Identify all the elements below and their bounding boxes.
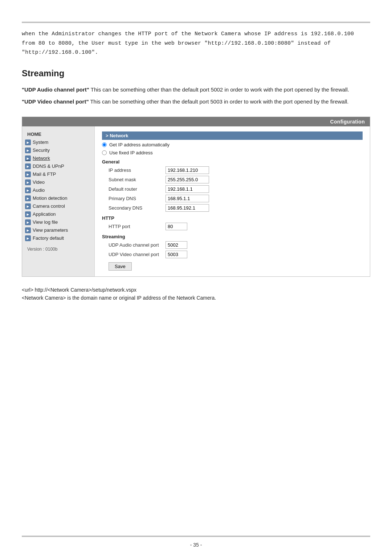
- config-main: > Network Get IP address automatically U…: [95, 126, 370, 276]
- sidebar-item-network[interactable]: ► Network: [22, 154, 94, 162]
- input-ip-address[interactable]: [166, 166, 209, 174]
- radio-auto[interactable]: [102, 142, 107, 147]
- page-number: - 35 -: [0, 537, 392, 555]
- radio-auto-label: Get IP address automatically: [109, 142, 170, 147]
- label-udp-video-port: UDP Video channel port: [102, 252, 166, 257]
- field-udp-audio-port: UDP Audio channel port: [102, 241, 363, 249]
- sidebar-label-ddns: DDNS & UPnP: [33, 163, 64, 169]
- sidebar-item-system[interactable]: ► System: [22, 138, 94, 146]
- config-body: HOME ► System ► Security ► Network ► DDN…: [22, 126, 370, 276]
- label-http-port: HTTP port: [102, 224, 166, 229]
- sidebar-arrow-camera: ►: [25, 203, 31, 209]
- sidebar-label-application: Application: [33, 211, 56, 217]
- input-subnet-mask[interactable]: [166, 176, 209, 183]
- sidebar-arrow-factory: ►: [25, 235, 31, 241]
- sidebar-item-ddns[interactable]: ► DDNS & UPnP: [22, 162, 94, 170]
- general-label: General: [102, 159, 363, 165]
- sidebar-item-motion[interactable]: ► Motion detection: [22, 194, 94, 202]
- sidebar-label-camera: Camera control: [33, 203, 65, 209]
- input-secondary-dns[interactable]: [166, 204, 209, 212]
- radio-auto-row: Get IP address automatically: [102, 142, 363, 147]
- network-bar-label: > Network: [102, 131, 363, 140]
- sidebar-label-video: Video: [33, 179, 45, 185]
- label-default-router: Default router: [102, 186, 166, 192]
- sidebar-item-factory[interactable]: ► Factory default: [22, 234, 94, 242]
- radio-fixed-row: Use fixed IP address: [102, 150, 363, 155]
- sidebar-item-viewparams[interactable]: ► View parameters: [22, 226, 94, 234]
- sidebar-label-factory: Factory default: [33, 235, 64, 241]
- sidebar-label-network: Network: [33, 155, 50, 161]
- sidebar-item-audio[interactable]: ► Audio: [22, 186, 94, 194]
- label-secondary-dns: Secondary DNS: [102, 205, 166, 211]
- label-primary-dns: Primary DNS: [102, 196, 166, 201]
- sidebar-arrow-application: ►: [25, 211, 31, 217]
- udp-video-bold: "UDP Video channel port": [22, 98, 89, 105]
- radio-fixed[interactable]: [102, 150, 107, 155]
- radio-fixed-label: Use fixed IP address: [109, 150, 153, 155]
- label-subnet-mask: Subnet mask: [102, 177, 166, 182]
- field-http-port: HTTP port: [102, 223, 363, 230]
- sidebar-arrow-motion: ►: [25, 195, 31, 201]
- sidebar-home[interactable]: HOME: [22, 130, 94, 138]
- field-ip-address: IP address: [102, 166, 363, 174]
- udp-video-para: "UDP Video channel port" This can be som…: [22, 97, 370, 106]
- url-line1: <url> http://<Network Camera>/setup/netw…: [22, 287, 370, 293]
- sidebar-item-camera[interactable]: ► Camera control: [22, 202, 94, 210]
- sidebar-item-application[interactable]: ► Application: [22, 210, 94, 218]
- input-primary-dns[interactable]: [166, 195, 209, 202]
- config-header: Configuration: [22, 117, 370, 126]
- config-sidebar: HOME ► System ► Security ► Network ► DDN…: [22, 126, 95, 276]
- sidebar-label-viewlog: View log file: [33, 219, 58, 225]
- udp-audio-text: This can be something other than the def…: [89, 86, 349, 93]
- sidebar-label-viewparams: View parameters: [33, 227, 68, 233]
- sidebar-item-viewlog[interactable]: ► View log file: [22, 218, 94, 226]
- config-box: Configuration HOME ► System ► Security ►…: [22, 117, 370, 277]
- sidebar-arrow-viewparams: ►: [25, 227, 31, 233]
- sidebar-label-motion: Motion detection: [33, 195, 67, 201]
- label-udp-audio-port: UDP Audio channel port: [102, 242, 166, 248]
- input-udp-audio-port[interactable]: [166, 241, 187, 249]
- sidebar-item-security[interactable]: ► Security: [22, 146, 94, 154]
- sidebar-item-video[interactable]: ► Video: [22, 178, 94, 186]
- sidebar-arrow-viewlog: ►: [25, 219, 31, 225]
- input-http-port[interactable]: [166, 223, 187, 230]
- sidebar-arrow-video: ►: [25, 179, 31, 185]
- input-default-router[interactable]: [166, 185, 209, 193]
- field-default-router: Default router: [102, 185, 363, 193]
- http-label: HTTP: [102, 215, 363, 221]
- save-button[interactable]: Save: [109, 262, 132, 271]
- field-subnet-mask: Subnet mask: [102, 176, 363, 183]
- udp-audio-bold: "UDP Audio channel port": [22, 86, 89, 93]
- label-ip-address: IP address: [102, 167, 166, 173]
- sidebar-arrow-network: ►: [25, 155, 31, 161]
- sidebar-arrow-audio: ►: [25, 187, 31, 193]
- sidebar-label-audio: Audio: [33, 187, 45, 193]
- sidebar-arrow-ddns: ►: [25, 163, 31, 169]
- sidebar-version: Version : 0100b: [22, 242, 94, 253]
- sidebar-arrow-system: ►: [25, 139, 31, 145]
- url-line2: <Network Camera> is the domain name or o…: [22, 295, 370, 301]
- sidebar-label-system: System: [33, 139, 48, 145]
- field-udp-video-port: UDP Video channel port: [102, 251, 363, 258]
- udp-video-text: This can be something other than the def…: [89, 98, 349, 105]
- sidebar-label-mail: Mail & FTP: [33, 171, 56, 177]
- field-primary-dns: Primary DNS: [102, 195, 363, 202]
- sidebar-label-security: Security: [33, 147, 50, 153]
- udp-audio-para: "UDP Audio channel port" This can be som…: [22, 85, 370, 94]
- field-secondary-dns: Secondary DNS: [102, 204, 363, 212]
- sidebar-arrow-security: ►: [25, 147, 31, 153]
- streaming-heading: Streaming: [22, 68, 370, 78]
- intro-text: when the Administrator changes the HTTP …: [22, 29, 370, 57]
- sidebar-arrow-mail: ►: [25, 171, 31, 177]
- sidebar-item-mail[interactable]: ► Mail & FTP: [22, 170, 94, 178]
- input-udp-video-port[interactable]: [166, 251, 187, 258]
- streaming-config-label: Streaming: [102, 234, 363, 239]
